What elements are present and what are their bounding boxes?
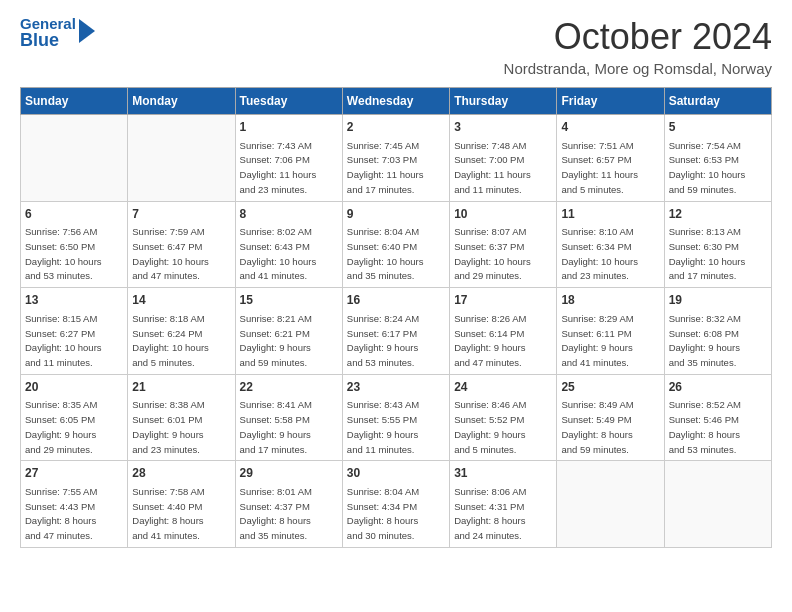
- day-number: 9: [347, 206, 445, 223]
- calendar-cell: 15Sunrise: 8:21 AM Sunset: 6:21 PM Dayli…: [235, 288, 342, 375]
- day-detail: Sunrise: 8:43 AM Sunset: 5:55 PM Dayligh…: [347, 399, 419, 454]
- day-number: 14: [132, 292, 230, 309]
- day-number: 22: [240, 379, 338, 396]
- day-number: 10: [454, 206, 552, 223]
- week-row-2: 6Sunrise: 7:56 AM Sunset: 6:50 PM Daylig…: [21, 201, 772, 288]
- day-number: 29: [240, 465, 338, 482]
- day-detail: Sunrise: 8:26 AM Sunset: 6:14 PM Dayligh…: [454, 313, 526, 368]
- page-header: General Blue October 2024 Nordstranda, M…: [20, 16, 772, 77]
- calendar-cell: 20Sunrise: 8:35 AM Sunset: 6:05 PM Dayli…: [21, 374, 128, 461]
- day-detail: Sunrise: 8:52 AM Sunset: 5:46 PM Dayligh…: [669, 399, 741, 454]
- day-detail: Sunrise: 7:54 AM Sunset: 6:53 PM Dayligh…: [669, 140, 746, 195]
- calendar-cell: 30Sunrise: 8:04 AM Sunset: 4:34 PM Dayli…: [342, 461, 449, 548]
- day-detail: Sunrise: 8:04 AM Sunset: 4:34 PM Dayligh…: [347, 486, 419, 541]
- day-number: 7: [132, 206, 230, 223]
- day-number: 3: [454, 119, 552, 136]
- day-number: 15: [240, 292, 338, 309]
- week-row-5: 27Sunrise: 7:55 AM Sunset: 4:43 PM Dayli…: [21, 461, 772, 548]
- day-detail: Sunrise: 8:21 AM Sunset: 6:21 PM Dayligh…: [240, 313, 312, 368]
- day-number: 31: [454, 465, 552, 482]
- calendar-cell: 25Sunrise: 8:49 AM Sunset: 5:49 PM Dayli…: [557, 374, 664, 461]
- day-number: 8: [240, 206, 338, 223]
- logo-text: General Blue: [20, 16, 76, 49]
- calendar-cell: 11Sunrise: 8:10 AM Sunset: 6:34 PM Dayli…: [557, 201, 664, 288]
- calendar-cell: 26Sunrise: 8:52 AM Sunset: 5:46 PM Dayli…: [664, 374, 771, 461]
- week-row-3: 13Sunrise: 8:15 AM Sunset: 6:27 PM Dayli…: [21, 288, 772, 375]
- day-detail: Sunrise: 8:13 AM Sunset: 6:30 PM Dayligh…: [669, 226, 746, 281]
- day-number: 2: [347, 119, 445, 136]
- calendar-cell: 23Sunrise: 8:43 AM Sunset: 5:55 PM Dayli…: [342, 374, 449, 461]
- day-number: 23: [347, 379, 445, 396]
- header-cell-tuesday: Tuesday: [235, 88, 342, 115]
- day-number: 16: [347, 292, 445, 309]
- day-detail: Sunrise: 8:35 AM Sunset: 6:05 PM Dayligh…: [25, 399, 97, 454]
- day-detail: Sunrise: 7:51 AM Sunset: 6:57 PM Dayligh…: [561, 140, 638, 195]
- month-title: October 2024: [504, 16, 772, 58]
- day-number: 27: [25, 465, 123, 482]
- day-number: 4: [561, 119, 659, 136]
- calendar-header: SundayMondayTuesdayWednesdayThursdayFrid…: [21, 88, 772, 115]
- day-detail: Sunrise: 8:49 AM Sunset: 5:49 PM Dayligh…: [561, 399, 633, 454]
- logo-blue: Blue: [20, 31, 76, 49]
- calendar-cell: 5Sunrise: 7:54 AM Sunset: 6:53 PM Daylig…: [664, 115, 771, 202]
- day-detail: Sunrise: 8:38 AM Sunset: 6:01 PM Dayligh…: [132, 399, 204, 454]
- week-row-4: 20Sunrise: 8:35 AM Sunset: 6:05 PM Dayli…: [21, 374, 772, 461]
- header-cell-sunday: Sunday: [21, 88, 128, 115]
- day-number: 25: [561, 379, 659, 396]
- calendar-cell: 31Sunrise: 8:06 AM Sunset: 4:31 PM Dayli…: [450, 461, 557, 548]
- calendar-cell: 2Sunrise: 7:45 AM Sunset: 7:03 PM Daylig…: [342, 115, 449, 202]
- day-number: 17: [454, 292, 552, 309]
- calendar-cell: 6Sunrise: 7:56 AM Sunset: 6:50 PM Daylig…: [21, 201, 128, 288]
- day-detail: Sunrise: 7:43 AM Sunset: 7:06 PM Dayligh…: [240, 140, 317, 195]
- day-number: 12: [669, 206, 767, 223]
- day-detail: Sunrise: 8:04 AM Sunset: 6:40 PM Dayligh…: [347, 226, 424, 281]
- day-detail: Sunrise: 8:01 AM Sunset: 4:37 PM Dayligh…: [240, 486, 312, 541]
- day-detail: Sunrise: 8:10 AM Sunset: 6:34 PM Dayligh…: [561, 226, 638, 281]
- calendar-cell: 16Sunrise: 8:24 AM Sunset: 6:17 PM Dayli…: [342, 288, 449, 375]
- logo: General Blue: [20, 16, 95, 49]
- day-detail: Sunrise: 7:48 AM Sunset: 7:00 PM Dayligh…: [454, 140, 531, 195]
- header-cell-friday: Friday: [557, 88, 664, 115]
- day-number: 13: [25, 292, 123, 309]
- title-block: October 2024 Nordstranda, More og Romsda…: [504, 16, 772, 77]
- header-cell-thursday: Thursday: [450, 88, 557, 115]
- day-detail: Sunrise: 8:24 AM Sunset: 6:17 PM Dayligh…: [347, 313, 419, 368]
- calendar-cell: 8Sunrise: 8:02 AM Sunset: 6:43 PM Daylig…: [235, 201, 342, 288]
- day-number: 21: [132, 379, 230, 396]
- location-subtitle: Nordstranda, More og Romsdal, Norway: [504, 60, 772, 77]
- calendar-cell: 9Sunrise: 8:04 AM Sunset: 6:40 PM Daylig…: [342, 201, 449, 288]
- calendar-cell: 28Sunrise: 7:58 AM Sunset: 4:40 PM Dayli…: [128, 461, 235, 548]
- calendar-cell: 12Sunrise: 8:13 AM Sunset: 6:30 PM Dayli…: [664, 201, 771, 288]
- day-detail: Sunrise: 7:58 AM Sunset: 4:40 PM Dayligh…: [132, 486, 204, 541]
- day-detail: Sunrise: 8:46 AM Sunset: 5:52 PM Dayligh…: [454, 399, 526, 454]
- day-number: 30: [347, 465, 445, 482]
- day-number: 28: [132, 465, 230, 482]
- header-cell-saturday: Saturday: [664, 88, 771, 115]
- calendar-cell: [21, 115, 128, 202]
- day-number: 5: [669, 119, 767, 136]
- day-number: 1: [240, 119, 338, 136]
- day-detail: Sunrise: 8:15 AM Sunset: 6:27 PM Dayligh…: [25, 313, 102, 368]
- day-detail: Sunrise: 7:45 AM Sunset: 7:03 PM Dayligh…: [347, 140, 424, 195]
- day-detail: Sunrise: 8:29 AM Sunset: 6:11 PM Dayligh…: [561, 313, 633, 368]
- calendar-cell: 18Sunrise: 8:29 AM Sunset: 6:11 PM Dayli…: [557, 288, 664, 375]
- header-row: SundayMondayTuesdayWednesdayThursdayFrid…: [21, 88, 772, 115]
- day-detail: Sunrise: 8:41 AM Sunset: 5:58 PM Dayligh…: [240, 399, 312, 454]
- header-cell-monday: Monday: [128, 88, 235, 115]
- day-detail: Sunrise: 7:55 AM Sunset: 4:43 PM Dayligh…: [25, 486, 97, 541]
- logo-arrow-icon: [79, 19, 95, 43]
- day-detail: Sunrise: 7:59 AM Sunset: 6:47 PM Dayligh…: [132, 226, 209, 281]
- calendar-cell: 7Sunrise: 7:59 AM Sunset: 6:47 PM Daylig…: [128, 201, 235, 288]
- calendar-cell: 19Sunrise: 8:32 AM Sunset: 6:08 PM Dayli…: [664, 288, 771, 375]
- day-detail: Sunrise: 8:02 AM Sunset: 6:43 PM Dayligh…: [240, 226, 317, 281]
- calendar-cell: [557, 461, 664, 548]
- day-detail: Sunrise: 7:56 AM Sunset: 6:50 PM Dayligh…: [25, 226, 102, 281]
- day-detail: Sunrise: 8:07 AM Sunset: 6:37 PM Dayligh…: [454, 226, 531, 281]
- day-number: 20: [25, 379, 123, 396]
- calendar-cell: 1Sunrise: 7:43 AM Sunset: 7:06 PM Daylig…: [235, 115, 342, 202]
- day-number: 18: [561, 292, 659, 309]
- day-detail: Sunrise: 8:06 AM Sunset: 4:31 PM Dayligh…: [454, 486, 526, 541]
- day-detail: Sunrise: 8:18 AM Sunset: 6:24 PM Dayligh…: [132, 313, 209, 368]
- day-number: 6: [25, 206, 123, 223]
- calendar-cell: 21Sunrise: 8:38 AM Sunset: 6:01 PM Dayli…: [128, 374, 235, 461]
